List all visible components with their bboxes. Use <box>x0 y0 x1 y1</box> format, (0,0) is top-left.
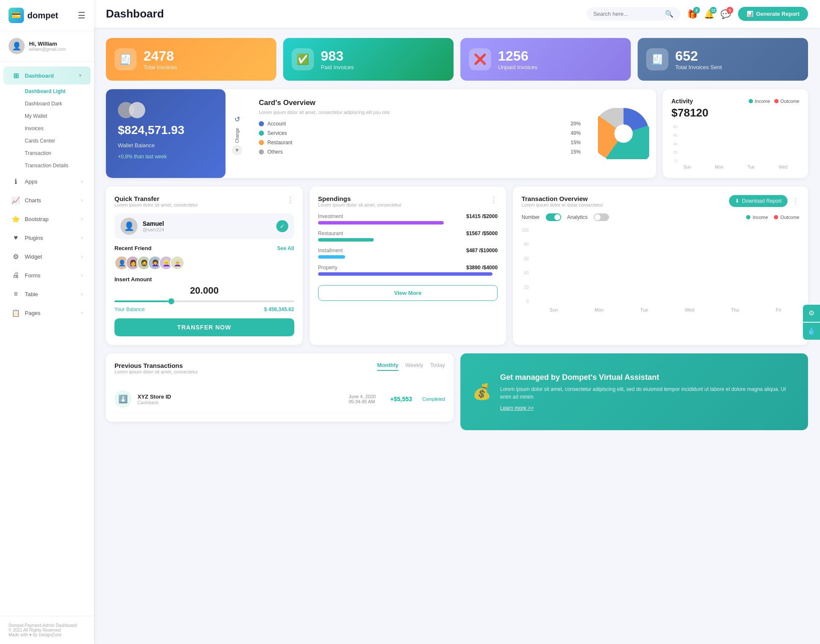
insert-amount-label: Insert Amount <box>114 276 294 283</box>
spending-restaurant: Restaurant $1567 /$5000 <box>318 230 498 242</box>
sidebar-subitem-transaction-details[interactable]: Transaction Details <box>3 160 91 172</box>
plugins-icon: ♥ <box>11 233 20 242</box>
download-report-button[interactable]: ⬇ Download Report <box>729 195 788 207</box>
legend-dot-others <box>259 149 264 154</box>
prev-tx-subtitle: Lorem ipsum dolor sit amet, consectetur <box>114 369 198 374</box>
view-more-button[interactable]: View More <box>318 285 498 301</box>
sidebar-item-pages[interactable]: 📋 Pages › <box>3 304 91 322</box>
tab-today[interactable]: Today <box>430 362 445 371</box>
chevron-right-icon: › <box>81 310 83 316</box>
stat-card-paid-invoices: ✅ 983 Paid Invoices <box>283 38 454 81</box>
sidebar-item-bootstrap[interactable]: ⭐ Bootstrap › <box>3 210 91 228</box>
slider-fill <box>114 300 168 302</box>
tab-weekly[interactable]: Weekly <box>405 362 423 371</box>
activity-amount: $78120 <box>671 106 800 119</box>
quick-transfer-title: Quick Transfer <box>114 195 198 202</box>
sidebar-item-forms[interactable]: 🖨 Forms › <box>3 266 91 284</box>
spendings-subtitle: Lorem ipsum dolor sit amet, consectetur <box>318 202 402 207</box>
prev-tx-tabs: Monthly Weekly Today <box>377 362 445 371</box>
transfer-now-button[interactable]: TRANSFER NOW <box>114 318 294 336</box>
chevron-down-button[interactable]: ▼ <box>232 145 242 155</box>
balance-label: Your Balance <box>114 306 145 312</box>
activity-chart-labels: SunMonTueWed <box>671 165 800 169</box>
total-invoices-number: 2478 <box>144 48 177 64</box>
number-toggle[interactable] <box>546 213 561 221</box>
sidebar-item-plugins[interactable]: ♥ Plugins › <box>3 229 91 247</box>
card-circle-2 <box>129 102 145 118</box>
slider-thumb[interactable] <box>168 298 174 304</box>
tx-sub: Cashback <box>138 400 171 405</box>
sidebar-subitem-cards-center[interactable]: Cards Center <box>3 135 91 147</box>
search-input[interactable] <box>593 11 662 17</box>
sidebar-subitem-transaction[interactable]: Transaction <box>3 147 91 159</box>
sidebar-item-dashboard[interactable]: ⊞ Dashboard ▼ <box>3 67 91 85</box>
va-banner: 💰 Get managed by Dompet's Virtual Assist… <box>460 353 808 430</box>
spendings-card: Spendings Lorem ipsum dolor sit amet, co… <box>310 186 507 345</box>
friends-avatars-row: 👤 👩 🧔 👩‍🦱 👱‍♀️ 👩‍🦳 <box>114 256 294 270</box>
spendings-menu[interactable]: ⋮ <box>490 195 498 204</box>
chat-notification[interactable]: 💬 5 <box>720 9 731 19</box>
sidebar-item-apps[interactable]: ℹ Apps › <box>3 172 91 190</box>
chevron-right-icon: › <box>81 254 83 259</box>
quick-transfer-menu[interactable]: ⋮ <box>287 195 294 204</box>
wallet-change: +0,8% than last week <box>118 154 214 160</box>
tx-icon-cashback: ⬇️ <box>114 390 132 408</box>
spending-property: Property $3890 /$4000 <box>318 265 498 276</box>
card-overview-section: $824,571.93 Wallet Balance +0,8% than la… <box>106 89 656 178</box>
sidebar-item-charts[interactable]: 📈 Charts › <box>3 191 91 209</box>
gift-notification[interactable]: 🎁 2 <box>687 9 698 19</box>
bell-notification[interactable]: 🔔 12 <box>704 9 715 19</box>
avatar: 👤 <box>9 38 25 54</box>
hamburger-icon[interactable]: ☰ <box>78 10 85 20</box>
activity-legend: Income Outcome <box>749 99 800 104</box>
sidebar-subitem-my-wallet[interactable]: My Wallet <box>3 110 91 122</box>
overview-content: Card's Overview Lorem ipsum dolor sit am… <box>249 89 591 178</box>
chevron-right-icon: › <box>81 197 83 203</box>
analytics-toggle[interactable] <box>594 213 609 221</box>
outcome-dot <box>774 99 779 103</box>
transfer-user-handle: @sam224 <box>143 227 164 232</box>
wallet-amount: $824,571.93 <box>118 123 214 137</box>
pie-chart-area <box>591 89 656 178</box>
tx-bar-chart <box>531 228 800 305</box>
stat-card-unpaid-invoices: ❌ 1256 Unpaid Invoices <box>460 38 631 81</box>
paid-invoices-icon: ✅ <box>292 48 314 70</box>
sent-invoices-label: Total Invoices Sent <box>675 64 722 70</box>
sidebar-subitem-dashboard-dark[interactable]: Dashboard Dark <box>3 98 91 110</box>
amount-value: 20.000 <box>114 285 294 296</box>
transfer-user-avatar: 👤 <box>120 218 138 235</box>
search-bar: 🔍 <box>586 7 680 20</box>
legend-dot-services <box>259 131 264 136</box>
theme-floating-button[interactable]: 💧 <box>803 323 820 340</box>
va-learn-more-link[interactable]: Learn more >> <box>500 405 534 411</box>
spendings-title: Spendings <box>318 195 402 202</box>
quick-transfer-card: Quick Transfer Lorem ipsum dolor sit ame… <box>106 186 303 345</box>
tab-monthly[interactable]: Monthly <box>377 362 398 371</box>
total-invoices-label: Total Invoices <box>144 64 177 70</box>
balance-value: $ 456,345.62 <box>264 306 294 312</box>
page-title: Dashboard <box>106 7 580 20</box>
sidebar-subitem-invoices[interactable]: Invoices <box>3 122 91 134</box>
generate-report-button[interactable]: 📊 Generate Report <box>738 7 808 21</box>
toggle-row: Number Analytics Income <box>521 213 800 221</box>
logo-text: dompet <box>27 11 58 20</box>
stats-row: 🧾 2478 Total Invoices ✅ 983 Paid Invoice… <box>106 38 808 81</box>
settings-floating-button[interactable]: ⚙ <box>803 305 820 322</box>
legend-item-account: Account 20% <box>259 121 581 127</box>
wallet-card: $824,571.93 Wallet Balance +0,8% than la… <box>106 89 226 178</box>
tx-chart-labels: SunMonTueWedThuFri <box>531 307 800 312</box>
user-name: Hi, William <box>29 41 66 47</box>
paid-invoices-number: 983 <box>321 48 354 64</box>
tx-overview-menu[interactable]: ⋮ <box>792 196 800 206</box>
see-all-link[interactable]: See All <box>277 245 294 251</box>
sidebar-subitem-dashboard-light[interactable]: Dashboard Light <box>3 85 91 97</box>
mid-section: $824,571.93 Wallet Balance +0,8% than la… <box>106 89 808 178</box>
legend-item-restaurant: Restaurant 15% <box>259 140 581 146</box>
friend-avatar-6[interactable]: 👩‍🦳 <box>170 256 184 270</box>
refresh-button[interactable]: ↺ <box>230 112 244 126</box>
sidebar-item-widget[interactable]: ⚙ Widget › <box>3 248 91 265</box>
logo-icon: 💳 <box>9 8 24 23</box>
sidebar-item-table[interactable]: ≡ Table › <box>3 285 91 303</box>
legend-item-others: Others 15% <box>259 149 581 155</box>
transfer-user-name: Samuel <box>143 220 164 227</box>
